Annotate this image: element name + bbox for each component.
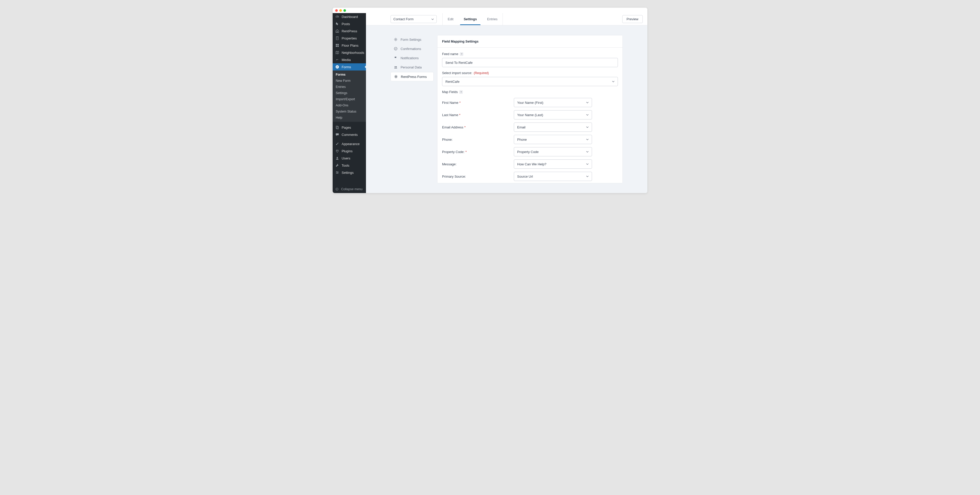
sidebar-item-rentpress[interactable]: RentPress: [332, 27, 366, 35]
sidebar-sub-item[interactable]: Help: [332, 115, 366, 121]
sidebar-sub-item[interactable]: Settings: [332, 90, 366, 96]
map-field-select[interactable]: Source Url: [514, 172, 592, 181]
pages-icon: [335, 125, 339, 129]
sidebar-item-neighborhoods[interactable]: Neighborhoods: [332, 49, 366, 56]
user-icon: [335, 156, 339, 160]
settings-nav-personal-data[interactable]: Personal Data: [391, 63, 434, 72]
chevron-down-icon: [586, 138, 589, 141]
close-window-icon[interactable]: [335, 9, 338, 12]
sidebar-sub-item[interactable]: Import/Export: [332, 96, 366, 102]
map-field-label: Message:: [442, 162, 514, 166]
sidebar-sub-item[interactable]: Forms: [332, 72, 366, 78]
panel-body: Feed name ? Select import source: (Requi…: [438, 48, 622, 183]
map-field-label: Last Name *: [442, 113, 514, 117]
help-icon[interactable]: ?: [460, 52, 463, 56]
sidebar-item-settings[interactable]: Settings: [332, 169, 366, 176]
map-field-select[interactable]: How Can We Help?: [514, 159, 592, 169]
sidebar-item-pages[interactable]: Pages: [332, 124, 366, 131]
settings-panel: Field Mapping Settings Feed name ? Selec…: [437, 35, 623, 183]
window-titlebar: [332, 8, 648, 13]
map-field-row: Message:How Can We Help?: [442, 159, 618, 169]
admin-sidebar: DashboardPostsRentPressPropertiesFloor P…: [332, 13, 366, 193]
settings-nav-form-settings[interactable]: Form Settings: [391, 35, 434, 44]
gear-icon: [394, 37, 398, 41]
sidebar-sub-item[interactable]: System Status: [332, 108, 366, 115]
chevron-down-icon: [586, 163, 589, 166]
tab-entries[interactable]: Entries: [482, 13, 503, 25]
minimize-window-icon[interactable]: [339, 9, 342, 12]
sidebar-item-label: RentPress: [342, 29, 357, 33]
svg-point-10: [336, 172, 337, 172]
chevron-down-icon: [586, 150, 589, 153]
gear-icon: [394, 75, 398, 79]
form-selector-label: Contact Form: [393, 17, 414, 21]
import-source-label: Select import source: (Required): [442, 71, 618, 75]
sidebar-item-label: Dashboard: [342, 15, 358, 19]
svg-rect-2: [337, 44, 339, 45]
map-field-label: Primary Source:: [442, 175, 514, 178]
help-icon[interactable]: ?: [459, 90, 463, 94]
sidebar-item-label: Appearance: [342, 142, 360, 146]
tab-settings[interactable]: Settings: [458, 13, 482, 25]
grid-icon: [335, 43, 339, 48]
forms-icon: [335, 65, 339, 69]
svg-rect-4: [337, 46, 339, 47]
svg-rect-7: [336, 126, 338, 129]
map-field-select[interactable]: Your Name (Last): [514, 110, 592, 119]
map-field-select[interactable]: Your Name (First): [514, 98, 592, 107]
form-selector[interactable]: Contact Form: [391, 15, 437, 23]
sidebar-item-label: Properties: [342, 37, 357, 40]
feed-name-input[interactable]: [442, 58, 618, 67]
sidebar-sub-item[interactable]: Add-Ons: [332, 102, 366, 108]
sidebar-sub-item[interactable]: Entries: [332, 84, 366, 90]
topbar-tabs: EditSettingsEntries: [442, 13, 503, 25]
collapse-menu[interactable]: Collapse menu: [332, 185, 366, 193]
sidebar-item-label: Neighborhoods: [342, 51, 364, 55]
import-source-select[interactable]: RentCafe: [442, 77, 618, 86]
svg-point-12: [337, 173, 337, 173]
svg-point-9: [337, 157, 338, 158]
svg-point-13: [336, 188, 338, 191]
sidebar-item-label: Pages: [342, 126, 351, 129]
map-fields-label: Map Fields ?: [442, 90, 618, 94]
sidebar-item-label: Tools: [342, 164, 349, 167]
map-field-select[interactable]: Property Code: [514, 147, 592, 156]
maximize-window-icon[interactable]: [344, 9, 346, 12]
sidebar-item-floor-plans[interactable]: Floor Plans: [332, 42, 366, 49]
settings-nav-rentpress-forms[interactable]: RentPress Forms: [391, 72, 434, 81]
map-field-label: First Name *: [442, 101, 514, 105]
chevron-down-icon: [586, 113, 589, 116]
people-icon: [394, 65, 398, 69]
map-field-select[interactable]: Email: [514, 123, 592, 132]
chevron-down-icon: [586, 126, 589, 129]
sidebar-item-comments[interactable]: Comments: [332, 131, 366, 138]
sidebar-sub-item[interactable]: New Form: [332, 78, 366, 84]
settings-nav-notifications[interactable]: Notifications: [391, 54, 434, 62]
sidebar-item-label: Settings: [342, 171, 354, 175]
settings-nav-confirmations[interactable]: Confirmations: [391, 45, 434, 53]
topbar: Contact Form EditSettingsEntries Preview: [366, 13, 648, 25]
sidebar-item-forms[interactable]: Forms: [332, 63, 366, 70]
preview-button[interactable]: Preview: [622, 15, 643, 23]
sidebar-item-dashboard[interactable]: Dashboard: [332, 13, 366, 20]
svg-point-18: [395, 76, 397, 77]
sidebar-item-properties[interactable]: Properties: [332, 35, 366, 42]
media-icon: [335, 58, 339, 62]
sidebar-item-media[interactable]: Media: [332, 56, 366, 63]
sidebar-item-plugins[interactable]: Plugins: [332, 147, 366, 154]
panel-title: Field Mapping Settings: [438, 35, 622, 48]
sidebar-item-tools[interactable]: Tools: [332, 162, 366, 169]
sidebar-item-appearance[interactable]: Appearance: [332, 140, 366, 147]
svg-point-11: [337, 172, 338, 173]
feed-name-label: Feed name ?: [442, 52, 618, 56]
house-icon: [335, 29, 339, 33]
sidebar-item-label: Users: [342, 156, 350, 160]
brush-icon: [335, 142, 339, 146]
svg-rect-0: [336, 37, 338, 40]
map-field-select[interactable]: Phone: [514, 135, 592, 144]
map-field-row: First Name *Your Name (First): [442, 98, 618, 107]
tab-edit[interactable]: Edit: [442, 13, 458, 25]
sidebar-item-posts[interactable]: Posts: [332, 20, 366, 27]
wrench-icon: [335, 163, 339, 167]
sidebar-item-users[interactable]: Users: [332, 154, 366, 162]
